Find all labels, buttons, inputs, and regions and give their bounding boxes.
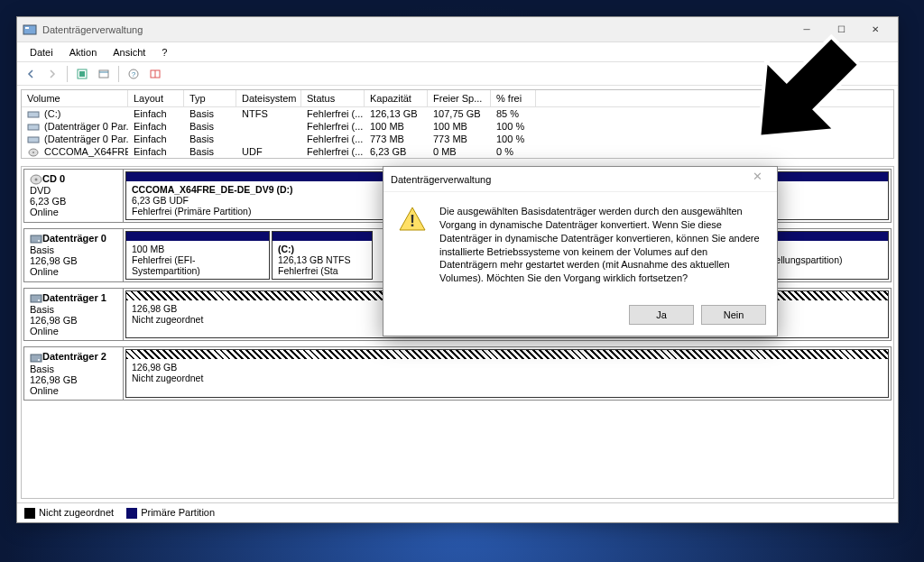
volume-cell: CCCOMA_X64FRE... bbox=[22, 145, 128, 158]
dialog-title: Datenträgerverwaltung bbox=[391, 174, 744, 185]
volume-row[interactable]: (Datenträger 0 Par...EinfachBasisFehlerf… bbox=[22, 120, 893, 133]
svg-rect-21 bbox=[31, 355, 42, 362]
volume-cell: 0 % bbox=[491, 145, 536, 158]
svg-rect-3 bbox=[79, 71, 85, 77]
titlebar[interactable]: Datenträgerverwaltung ─ ☐ ✕ bbox=[17, 17, 898, 42]
svg-text:!: ! bbox=[410, 212, 415, 230]
svg-rect-0 bbox=[23, 25, 36, 34]
column-header[interactable]: Freier Sp... bbox=[428, 90, 491, 106]
maximize-button[interactable]: ☐ bbox=[824, 19, 858, 41]
volume-cell: Einfach bbox=[128, 133, 184, 145]
volume-cell: 0 MB bbox=[428, 145, 491, 158]
svg-rect-4 bbox=[99, 70, 108, 78]
column-header[interactable]: Layout bbox=[128, 90, 184, 106]
column-header[interactable]: % frei bbox=[491, 90, 536, 106]
confirm-dialog: Datenträgerverwaltung ✕ ! Die ausgewählt… bbox=[383, 166, 778, 336]
volume-cell: 773 MB bbox=[365, 133, 428, 145]
disk-icon bbox=[30, 293, 42, 304]
svg-point-20 bbox=[38, 299, 40, 301]
volume-cell: Basis bbox=[184, 145, 236, 158]
disk-label[interactable]: Datenträger 0Basis126,98 GBOnline bbox=[24, 229, 124, 281]
svg-rect-1 bbox=[25, 27, 29, 29]
volume-cell: 100 % bbox=[491, 120, 536, 133]
toolbar: ? bbox=[17, 62, 898, 86]
column-header[interactable]: Volume bbox=[22, 90, 128, 106]
toolbar-separator bbox=[67, 66, 68, 82]
volume-cell: Basis bbox=[184, 107, 236, 120]
menu-datei[interactable]: Datei bbox=[23, 45, 60, 60]
properties-button[interactable] bbox=[94, 64, 114, 84]
drive-icon bbox=[27, 135, 40, 144]
volume-cell: (C:) bbox=[22, 107, 128, 120]
svg-point-22 bbox=[38, 359, 40, 361]
nav-forward-button[interactable] bbox=[42, 64, 62, 84]
volume-cell: (Datenträger 0 Par... bbox=[22, 120, 128, 133]
volume-cell: Fehlerfrei (... bbox=[301, 120, 365, 133]
refresh-button[interactable] bbox=[72, 64, 92, 84]
disk-row: Datenträger 2Basis126,98 GBOnline126,98 … bbox=[23, 346, 892, 400]
partition[interactable]: (C:)126,13 GB NTFSFehlerfrei (Sta bbox=[272, 231, 373, 280]
column-header[interactable]: Dateisystem bbox=[236, 90, 301, 106]
layout-button[interactable] bbox=[145, 64, 165, 84]
disk-icon bbox=[30, 353, 42, 364]
volume-cell: 100 MB bbox=[365, 120, 428, 133]
volume-cell: Basis bbox=[184, 133, 236, 145]
volume-cell: Einfach bbox=[128, 120, 184, 133]
disk-icon bbox=[30, 234, 42, 244]
dialog-close-button[interactable]: ✕ bbox=[744, 170, 770, 189]
drive-icon bbox=[27, 110, 40, 119]
column-header[interactable]: Kapazität bbox=[365, 90, 428, 106]
legend-item: Primäre Partition bbox=[126, 507, 215, 519]
volume-cell: 6,23 GB bbox=[365, 145, 428, 158]
toolbar-separator bbox=[118, 66, 119, 82]
menu-aktion[interactable]: Aktion bbox=[62, 45, 105, 60]
no-button[interactable]: Nein bbox=[701, 305, 766, 325]
menu-ansicht[interactable]: Ansicht bbox=[106, 45, 152, 60]
volume-row[interactable]: (Datenträger 0 Par...EinfachBasisFehlerf… bbox=[22, 133, 893, 145]
warning-icon: ! bbox=[398, 205, 427, 234]
volume-list: VolumeLayoutTypDateisystemStatusKapazitä… bbox=[21, 89, 894, 159]
volume-cell: (Datenträger 0 Par... bbox=[22, 133, 128, 145]
volume-cell: Einfach bbox=[128, 107, 184, 120]
yes-button[interactable]: Ja bbox=[629, 305, 694, 325]
volume-cell: UDF bbox=[236, 145, 301, 158]
menu-help[interactable]: ? bbox=[154, 45, 174, 60]
volume-cell: Fehlerfrei (... bbox=[301, 145, 365, 158]
partition[interactable]: 100 MBFehlerfrei (EFI-Systempartition) bbox=[125, 231, 270, 280]
minimize-button[interactable]: ─ bbox=[790, 19, 824, 41]
volume-cell: Fehlerfrei (... bbox=[301, 107, 365, 120]
cd-icon bbox=[27, 148, 40, 157]
svg-point-14 bbox=[32, 152, 34, 153]
legend: Nicht zugeordnet Primäre Partition bbox=[17, 502, 898, 522]
svg-rect-11 bbox=[28, 124, 39, 130]
svg-point-18 bbox=[38, 240, 40, 242]
window-title: Datenträgerverwaltung bbox=[42, 24, 790, 35]
column-header[interactable]: Status bbox=[301, 90, 365, 106]
volume-row[interactable]: CCCOMA_X64FRE...EinfachBasisUDFFehlerfre… bbox=[22, 145, 893, 158]
svg-rect-17 bbox=[31, 235, 42, 243]
volume-cell: Basis bbox=[184, 120, 236, 133]
disk-label[interactable]: Datenträger 2Basis126,98 GBOnline bbox=[24, 347, 124, 399]
volume-cell bbox=[236, 133, 301, 145]
volume-row[interactable]: (C:)EinfachBasisNTFSFehlerfrei (...126,1… bbox=[22, 107, 893, 120]
partition[interactable]: 126,98 GBNicht zugeordnet bbox=[125, 349, 889, 397]
help-button[interactable]: ? bbox=[124, 64, 143, 84]
disk-label[interactable]: CD 0DVD6,23 GBOnline bbox=[24, 170, 124, 222]
volume-cell: Fehlerfrei (... bbox=[301, 133, 365, 145]
drive-icon bbox=[27, 123, 40, 132]
dialog-titlebar[interactable]: Datenträgerverwaltung ✕ bbox=[383, 167, 777, 192]
column-header[interactable]: Typ bbox=[184, 90, 236, 106]
volume-cell: 773 MB bbox=[428, 133, 491, 145]
cd-icon bbox=[30, 174, 42, 185]
close-button[interactable]: ✕ bbox=[858, 19, 892, 41]
volume-cell: Einfach bbox=[128, 145, 184, 158]
volume-cell: 100 % bbox=[491, 133, 536, 145]
disk-label[interactable]: Datenträger 1Basis126,98 GBOnline bbox=[24, 289, 124, 340]
svg-rect-19 bbox=[31, 295, 42, 302]
svg-rect-10 bbox=[28, 112, 39, 117]
volume-cell: NTFS bbox=[236, 107, 301, 120]
volume-cell: 107,75 GB bbox=[428, 107, 491, 120]
svg-point-16 bbox=[35, 179, 38, 181]
volume-list-header: VolumeLayoutTypDateisystemStatusKapazitä… bbox=[22, 90, 893, 107]
nav-back-button[interactable] bbox=[21, 64, 41, 84]
